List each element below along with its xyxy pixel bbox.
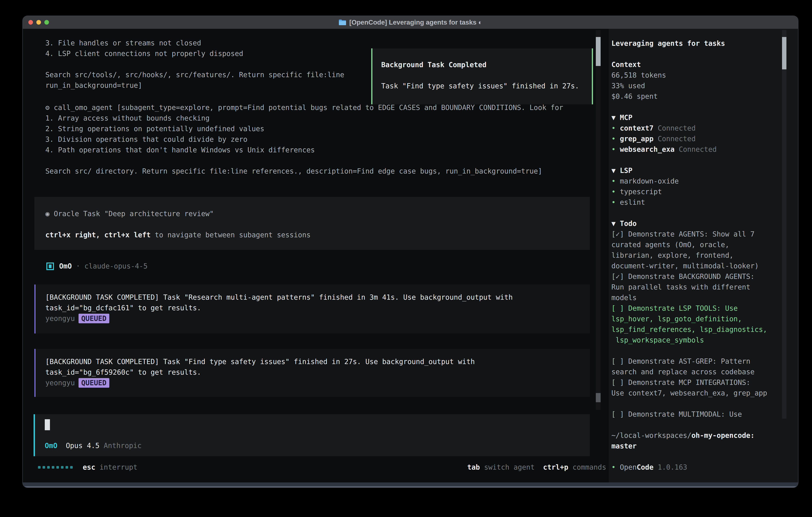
text-cursor [45,419,50,430]
text-line: [ ] Demonstrate LSP TOOLS: Use [611,303,767,314]
activity-dot [52,466,54,469]
text-line: run_in_background=true] [46,80,344,91]
text-line: [BACKGROUND TASK COMPLETED] Task "Resear… [46,292,590,303]
activity-dot [42,466,45,469]
window-titlebar[interactable]: [OpenCode] Leveraging agents for tasks ◐ [23,16,798,29]
text-line: Search src/ directory. Return specific f… [46,166,563,176]
text-line: 3. Division operations that could divide… [46,134,563,145]
text-line: document-writer, multimodal-looker) [611,261,767,271]
terminal-content: 3. File handles or streams not closed4. … [23,29,798,483]
text-line: 4. LSP client connections not properly d… [46,48,344,59]
text-line [611,346,767,356]
text-line: esc interrupt [83,462,138,472]
session-sidebar: Leveraging agents for tasksContext66,518… [609,29,798,483]
text-line: lsp_find_references, lsp_diagnostics, [611,324,767,335]
text-line: lsp_hover, lsp_goto_definition, [611,314,767,324]
activity-dot [61,466,63,469]
main-scrollbar-track[interactable] [596,30,601,410]
text-line: 33% used [611,81,767,91]
close-button[interactable] [28,20,33,25]
text-line: $0.46 spent [611,91,767,102]
text-line: lsp_workspace_symbols [611,335,767,346]
text-line: Search src/tools/, src/hooks/, src/featu… [46,70,344,80]
text-line: [ ] Demonstrate AST-GREP: Pattern [611,356,767,366]
traffic-lights [28,20,49,25]
agent-checkbox-icon [46,263,54,270]
sidebar-scrollbar-track[interactable] [782,30,786,419]
text-line: yeongyuQUEUED [46,378,590,388]
text-line: 2. String operations on potentially unde… [46,124,563,134]
model-indicator: OmO Opus 4.5 Anthropic [45,440,142,451]
text-line: • websearch_exa Connected [611,144,767,155]
activity-dot [38,466,40,469]
text-line: Run parallel tasks with different [611,282,767,293]
text-line: • markdown-oxide [611,176,767,187]
text-line: ▼ Todo [611,218,767,229]
text-line: • context7 Connected [611,123,767,134]
text-line: curated agents (OmO, oracle, [611,240,767,250]
text-line [611,452,767,462]
text-line: OmO · claude-opus-4-5 [59,261,148,272]
text-line [611,399,767,409]
text-line: tab switch agent ctrl+p commands [467,462,606,472]
agent-session-label: OmO · claude-opus-4-5 [59,261,148,272]
text-line: ~/local-workspaces/oh-my-opencode: [611,430,767,441]
text-line: ▼ LSP [611,165,767,176]
minimize-button[interactable] [36,20,41,25]
text-line [611,208,767,218]
text-line: Leveraging agents for tasks [611,38,767,49]
text-line: [✓] Demonstrate BACKGROUND AGENTS: [611,271,767,282]
status-left: esc interrupt [38,462,138,472]
activity-dot [56,466,59,469]
text-line: • grep_app Connected [611,134,767,144]
text-line: yeongyuQUEUED [46,313,590,324]
agent-output-block-1: 3. File handles or streams not closed4. … [46,38,344,91]
opencode-terminal-window: [OpenCode] Leveraging agents for tasks ◐… [22,16,799,488]
oracle-task-panel: ◉ Oracle Task "Deep architecture review"… [34,197,590,250]
text-line: [ ] Demonstrate MULTIMODAL: Use [611,409,767,419]
omo-agent-session-tab[interactable]: OmO · claude-opus-4-5 [46,261,148,272]
text-line: librarian, explore, frontend, [611,250,767,261]
notification-body: Task "Find type safety issues" finished … [381,81,592,91]
text-line [46,155,563,166]
status-bar: esc interrupt tab switch agent ctrl+p co… [38,462,606,472]
sidebar-scrollbar-thumb[interactable] [782,37,786,70]
background-task-notification: Background Task Completed Task "Find typ… [371,48,593,104]
zoom-button[interactable] [45,20,49,25]
notification-title: Background Task Completed [381,60,592,70]
background-task-card-1: [BACKGROUND TASK COMPLETED] Task "Resear… [34,284,590,333]
desktop: { "window": { "title": "[OpenCode] Lever… [0,0,812,517]
sidebar-info: Leveraging agents for tasksContext66,518… [611,38,767,472]
activity-dot [47,466,50,469]
text-line [611,155,767,165]
text-line: • OpenCode 1.0.163 [611,462,767,472]
main-scrollbar-thumb[interactable] [596,37,601,66]
text-line: models [611,293,767,303]
window-title: [OpenCode] Leveraging agents for tasks ◐ [23,16,798,29]
text-line: • eslint [611,197,767,208]
esc-interrupt-hint: esc interrupt [83,462,138,472]
main-scrollbar-marker[interactable] [596,393,601,402]
text-line: Context [611,59,767,70]
text-line: 4. Path operations that don't handle Win… [46,145,563,155]
text-line: [✓] Demonstrate AGENTS: Show all 7 [611,229,767,240]
text-line: 66,518 tokens [611,70,767,81]
text-line: search and replace across codebase [611,366,767,377]
text-line [611,49,767,59]
text-line: ▼ MCP [611,112,767,123]
text-line: ◉ Oracle Task "Deep architecture review" [46,209,590,219]
notification-spacer [381,70,592,81]
text-line: [BACKGROUND TASK COMPLETED] Task "Find t… [46,356,590,367]
prompt-input[interactable]: OmO Opus 4.5 Anthropic [34,414,590,456]
agent-output-block-2: ⚙ call_omo_agent [subagent_type=explore,… [46,102,563,176]
activity-dot [70,466,73,469]
activity-dot [65,466,68,469]
text-line [611,102,767,112]
text-line [611,419,767,430]
window-bottom-edge [23,483,798,487]
window-title-text: [OpenCode] Leveraging agents for tasks ◐ [349,19,482,26]
text-line [46,59,344,70]
text-line: Use context7, websearch_exa, grep_app [611,388,767,399]
keyboard-shortcut-hints: tab switch agent ctrl+p commands [467,462,606,472]
folder-icon [339,19,346,26]
